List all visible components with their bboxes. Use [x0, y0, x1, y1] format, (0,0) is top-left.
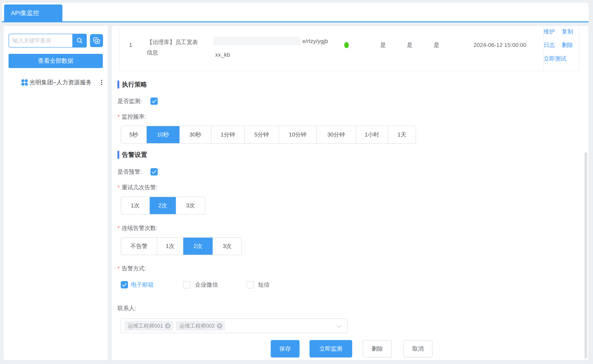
- row-api-name: 【治理库】员工宽表 信息: [147, 37, 208, 58]
- row-updated-at: 2024-06-12 15:00:00: [463, 41, 536, 49]
- method-wechat-label[interactable]: 企业微信: [195, 281, 218, 288]
- consecutive-option-2-selected[interactable]: 2次: [183, 238, 213, 255]
- method-sms-label[interactable]: 短信: [258, 281, 270, 288]
- consecutive-option-1[interactable]: 1次: [157, 238, 183, 255]
- row-api-name-line2: 信息: [147, 47, 208, 58]
- row-index: 1: [125, 41, 137, 49]
- action-delete-link[interactable]: 删除: [562, 41, 573, 49]
- delete-button[interactable]: 删除: [363, 340, 392, 358]
- chevron-down-icon: [337, 323, 341, 328]
- tab-api-monitor[interactable]: API集监控: [4, 5, 62, 21]
- monitor-enabled-checkbox[interactable]: [150, 98, 158, 105]
- tree-item-label: 光明集团–人力资源服务: [29, 79, 92, 86]
- required-mark: *: [118, 225, 120, 231]
- consecutive-button-group: 不告警 1次 2次 3次: [121, 237, 242, 255]
- alert-settings-section-title: 告警设置: [122, 151, 147, 159]
- row-url-visible: e/rlzy/ygjb: [302, 37, 328, 45]
- monitor-now-button[interactable]: 立即监测: [310, 340, 352, 358]
- required-mark: *: [118, 184, 120, 190]
- frequency-option-5s[interactable]: 5秒: [121, 126, 146, 143]
- row-flag-3: 是: [430, 41, 443, 49]
- consecutive-option-3[interactable]: 3次: [213, 238, 241, 255]
- view-all-data-button[interactable]: 查看全部数据: [8, 54, 103, 68]
- org-group-icon: [21, 79, 28, 86]
- required-mark: *: [118, 265, 120, 272]
- frequency-label: *监控频率:: [118, 113, 146, 120]
- action-maintain-link[interactable]: 维护: [544, 28, 555, 36]
- table-border-right: [579, 26, 580, 71]
- frequency-option-1h[interactable]: 1小时: [356, 126, 388, 143]
- search-input[interactable]: [8, 34, 72, 47]
- frequency-option-30min[interactable]: 30分钟: [316, 126, 356, 143]
- status-dot-green: [344, 42, 349, 48]
- frequency-option-1d[interactable]: 1天: [388, 126, 415, 143]
- retry-label: *重试几次告警:: [118, 184, 158, 191]
- api-monitor-page: API集监控 查看全部数据 光明集团–人力资源服务: [0, 0, 593, 364]
- row-flag-1: 是: [377, 41, 389, 49]
- row-url-line2: xx_kb: [215, 51, 230, 59]
- prewarn-enabled-checkbox[interactable]: [150, 168, 158, 176]
- action-log-link[interactable]: 日志: [544, 41, 555, 49]
- row-flag-2: 是: [404, 41, 416, 49]
- vertical-scrollbar-thumb[interactable]: [585, 152, 587, 358]
- frequency-option-30s[interactable]: 30秒: [179, 126, 211, 143]
- contact-tag-label: 运维工程师001: [128, 322, 163, 330]
- method-sms-checkbox[interactable]: [246, 281, 254, 288]
- frequency-button-group: 5秒 10秒 30秒 1分钟 5分钟 10分钟 30分钟 1小时 1天: [121, 126, 416, 144]
- save-button[interactable]: 保存: [271, 340, 300, 358]
- method-email-label[interactable]: 电子邮箱: [131, 281, 154, 288]
- tab-bar: API集监控: [2, 3, 588, 22]
- search-group: [8, 34, 87, 47]
- method-wechat-checkbox[interactable]: [183, 281, 191, 288]
- contact-tag: 运维工程师001 ✕: [124, 321, 173, 331]
- frequency-option-10min[interactable]: 10分钟: [279, 126, 316, 143]
- search-button[interactable]: [72, 34, 87, 47]
- contacts-select[interactable]: 运维工程师001 ✕ 运维工程师002 ✕: [121, 318, 348, 333]
- remove-contact-icon[interactable]: ✕: [217, 323, 222, 329]
- contact-tag-label: 运维工程师002: [179, 322, 215, 330]
- url-redaction-box: [213, 37, 301, 45]
- exec-policy-section-title: 执行策略: [122, 80, 147, 89]
- monitor-enabled-label: 是否监测:: [118, 98, 142, 105]
- tree-item-org[interactable]: 光明集团–人力资源服务: [4, 78, 108, 87]
- sidebar: 查看全部数据 光明集团–人力资源服务: [4, 26, 108, 360]
- consecutive-option-none[interactable]: 不告警: [121, 238, 157, 255]
- alert-settings-section-bar: [118, 151, 119, 159]
- prewarn-enabled-label: 是否预警:: [118, 168, 142, 176]
- required-mark: *: [118, 114, 120, 120]
- action-test-now-link[interactable]: 立即测试: [544, 55, 566, 63]
- frequency-option-5min[interactable]: 5分钟: [244, 126, 279, 143]
- retry-option-2-selected[interactable]: 2次: [149, 197, 176, 214]
- search-icon: [76, 37, 83, 44]
- row-api-name-line1: 【治理库】员工宽表: [147, 37, 208, 47]
- consecutive-label: *连续告警次数:: [118, 224, 158, 232]
- retry-option-3[interactable]: 3次: [176, 197, 205, 214]
- remove-contact-icon[interactable]: ✕: [165, 323, 171, 329]
- retry-button-group: 1次 2次 3次: [121, 197, 205, 214]
- copy-plus-icon: [92, 37, 101, 45]
- contacts-label: 联系人:: [118, 305, 136, 312]
- alert-method-label: *告警方式:: [118, 265, 146, 272]
- method-email-checkbox[interactable]: [121, 281, 128, 288]
- table-row-bottom-border: [119, 71, 580, 71]
- contact-tag: 运维工程师002 ✕: [176, 321, 225, 331]
- frequency-option-10s-selected[interactable]: 10秒: [146, 126, 179, 143]
- exec-policy-section-bar: [118, 80, 119, 89]
- add-copy-button[interactable]: [90, 34, 103, 47]
- table-border-left: [119, 26, 119, 71]
- main-panel: 1 【治理库】员工宽表 信息 e/rlzy/ygjb xx_kb 是 是 是 2…: [112, 26, 588, 360]
- action-copy-link[interactable]: 复制: [562, 28, 573, 36]
- frequency-option-1min[interactable]: 1分钟: [211, 126, 244, 143]
- retry-option-1[interactable]: 1次: [121, 197, 149, 214]
- cancel-button[interactable]: 取消: [403, 340, 432, 358]
- more-menu-icon[interactable]: [100, 79, 103, 86]
